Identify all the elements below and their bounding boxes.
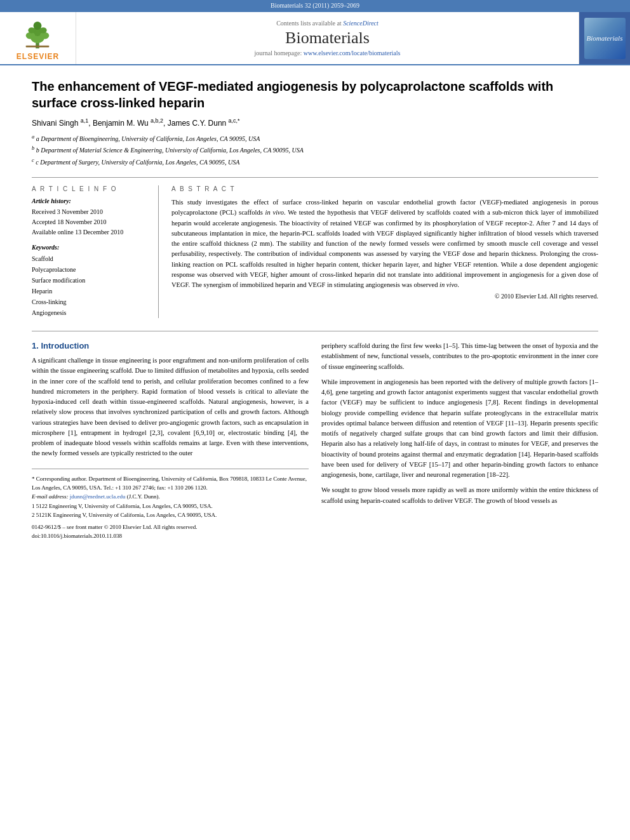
affiliation-a: a a Department of Bioengineering, Univer… <box>32 133 598 144</box>
intro-paragraph-right-1: periphery scaffold during the first few … <box>321 341 598 372</box>
svg-point-6 <box>29 27 36 33</box>
abstract-copyright: © 2010 Elsevier Ltd. All rights reserved… <box>171 293 598 300</box>
abstract-heading: A B S T R A C T <box>171 185 598 192</box>
intro-left-column: 1. Introduction A significant challenge … <box>32 341 309 540</box>
keywords-label: Keywords: <box>32 244 149 251</box>
affiliation-c: c c Department of Surgery, University of… <box>32 156 598 168</box>
footnote-email: E-mail address: jdunn@mednet.ucla.edu (J… <box>32 492 309 501</box>
intro-heading: 1. Introduction <box>32 341 309 350</box>
received-date: Received 3 November 2010 <box>32 207 149 217</box>
footnote-1: 1 5122 Engineering V, University of Cali… <box>32 502 309 510</box>
affiliations: a a Department of Bioengineering, Univer… <box>32 133 598 168</box>
svg-point-5 <box>40 32 50 39</box>
journal-logo-right: Biomaterials <box>579 12 630 64</box>
footnote-2: 2 5121K Engineering V, University of Cal… <box>32 510 309 519</box>
article-info-heading: A R T I C L E I N F O <box>32 185 149 192</box>
article-info-abstract: A R T I C L E I N F O Article history: R… <box>32 177 598 318</box>
journal-citation: Biomaterials 32 (2011) 2059–2069 <box>271 2 359 9</box>
journal-title: Biomaterials <box>285 29 370 48</box>
elsevier-brand-text: ELSEVIER <box>17 52 59 61</box>
elsevier-logo: ELSEVIER <box>17 15 59 61</box>
svg-rect-8 <box>26 46 50 48</box>
footnote-corresponding: * Corresponding author. Department of Bi… <box>32 474 309 493</box>
keyword-heparin: Heparin <box>32 286 149 297</box>
svg-point-3 <box>34 22 42 30</box>
journal-title-section: Contents lists available at ScienceDirec… <box>76 12 579 64</box>
svg-point-4 <box>26 32 36 39</box>
intro-paragraph-right-3: We sought to grow blood vessels more rap… <box>321 485 598 506</box>
top-bar: Biomaterials 32 (2011) 2059–2069 <box>0 0 630 11</box>
journal-homepage: journal homepage: www.elsevier.com/locat… <box>255 50 401 57</box>
intro-paragraph-right-2: While improvement in angiogenesis has be… <box>321 377 598 481</box>
article-info-column: A R T I C L E I N F O Article history: R… <box>32 185 159 318</box>
article-history-label: Article history: <box>32 197 149 204</box>
accepted-date: Accepted 18 November 2010 <box>32 217 149 227</box>
footnotes: * Corresponding author. Department of Bi… <box>32 469 309 541</box>
svg-point-7 <box>40 27 47 33</box>
intro-paragraph-1: A significant challenge in tissue engine… <box>32 356 309 459</box>
doi-line: 0142-9612/$ – see front matter © 2010 El… <box>32 523 309 541</box>
abstract-text: This study investigates the effect of su… <box>171 197 598 290</box>
section-divider <box>32 331 598 331</box>
article-title: The enhancement of VEGF-mediated angioge… <box>32 78 598 111</box>
elsevier-tree-icon <box>18 15 57 50</box>
available-date: Available online 13 December 2010 <box>32 227 149 237</box>
intro-right-column: periphery scaffold during the first few … <box>321 341 598 540</box>
keyword-surface-modification: Surface modification <box>32 275 149 286</box>
keywords-section: Keywords: Scaffold Polycaprolactone Surf… <box>32 244 149 318</box>
keyword-scaffold: Scaffold <box>32 253 149 264</box>
affiliation-b: b b Department of Material Science & Eng… <box>32 144 598 156</box>
biomaterials-logo-image: Biomaterials <box>584 18 626 59</box>
journal-header: ELSEVIER Contents lists available at Sci… <box>0 11 630 65</box>
main-content: The enhancement of VEGF-mediated angioge… <box>0 65 630 553</box>
sciencedirect-line: Contents lists available at ScienceDirec… <box>276 20 379 27</box>
sciencedirect-link[interactable]: ScienceDirect <box>343 20 379 27</box>
authors-line: Shivani Singh a,1, Benjamin M. Wu a,b,2,… <box>32 117 598 128</box>
introduction-section: 1. Introduction A significant challenge … <box>32 341 598 540</box>
abstract-column: A B S T R A C T This study investigates … <box>171 185 598 318</box>
keyword-polycaprolactone: Polycaprolactone <box>32 264 149 275</box>
elsevier-logo-section: ELSEVIER <box>0 12 76 64</box>
keyword-angiogenesis: Angiogenesis <box>32 307 149 318</box>
keyword-crosslinking: Cross-linking <box>32 297 149 307</box>
homepage-url[interactable]: www.elsevier.com/locate/biomaterials <box>304 50 401 57</box>
